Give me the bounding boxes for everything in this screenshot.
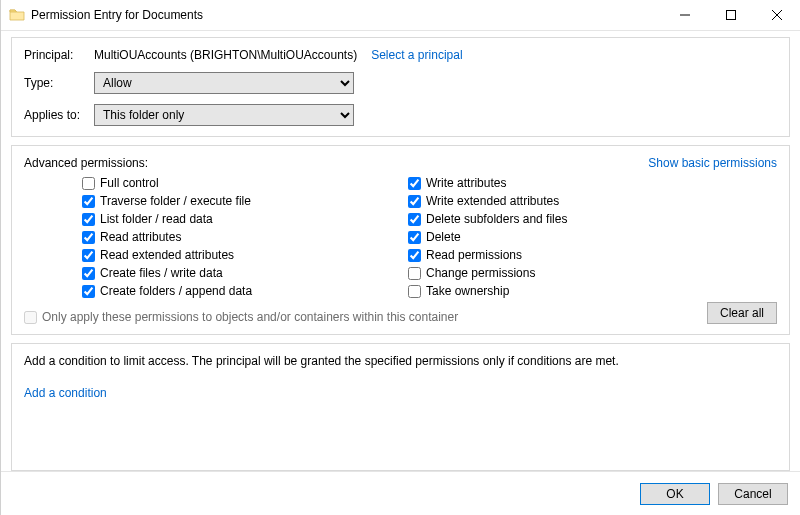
clear-all-button[interactable]: Clear all — [707, 302, 777, 324]
content-area: Principal: MultiOUAccounts (BRIGHTON\Mul… — [1, 30, 800, 471]
add-condition-link[interactable]: Add a condition — [24, 386, 107, 400]
principal-label: Principal: — [24, 48, 94, 62]
conditions-panel: Add a condition to limit access. The pri… — [11, 343, 790, 471]
show-basic-link[interactable]: Show basic permissions — [648, 156, 777, 170]
advanced-heading: Advanced permissions: — [24, 156, 148, 170]
permission-item[interactable]: Read permissions — [408, 246, 567, 264]
type-row: Type: Allow — [24, 72, 777, 94]
permission-checkbox[interactable] — [408, 285, 421, 298]
permission-label: Traverse folder / execute file — [100, 194, 251, 208]
permission-item[interactable]: Change permissions — [408, 264, 567, 282]
permission-label: Full control — [100, 176, 159, 190]
permissions-column-left: Full controlTraverse folder / execute fi… — [82, 174, 408, 300]
permissions-columns: Full controlTraverse folder / execute fi… — [24, 174, 777, 300]
type-select[interactable]: Allow — [94, 72, 354, 94]
permission-label: Take ownership — [426, 284, 509, 298]
permission-label: List folder / read data — [100, 212, 213, 226]
permission-item[interactable]: Create folders / append data — [82, 282, 408, 300]
permission-item[interactable]: Write attributes — [408, 174, 567, 192]
permission-checkbox[interactable] — [82, 177, 95, 190]
permission-checkbox[interactable] — [82, 249, 95, 262]
applies-label: Applies to: — [24, 108, 94, 122]
permission-item[interactable]: Delete subfolders and files — [408, 210, 567, 228]
permission-item[interactable]: Full control — [82, 174, 408, 192]
permission-checkbox[interactable] — [408, 231, 421, 244]
permission-item[interactable]: Delete — [408, 228, 567, 246]
permission-checkbox[interactable] — [82, 267, 95, 280]
type-label: Type: — [24, 76, 94, 90]
permission-checkbox[interactable] — [408, 249, 421, 262]
permission-label: Write extended attributes — [426, 194, 559, 208]
ok-button[interactable]: OK — [640, 483, 710, 505]
advanced-permissions-panel: Advanced permissions: Show basic permiss… — [11, 145, 790, 335]
permission-label: Read attributes — [100, 230, 181, 244]
permission-item[interactable]: Create files / write data — [82, 264, 408, 282]
permission-label: Read permissions — [426, 248, 522, 262]
permission-checkbox[interactable] — [408, 177, 421, 190]
applies-row: Applies to: This folder only — [24, 104, 777, 126]
advanced-header: Advanced permissions: Show basic permiss… — [24, 156, 777, 170]
folder-icon — [9, 7, 25, 23]
permission-label: Create files / write data — [100, 266, 223, 280]
cancel-button[interactable]: Cancel — [718, 483, 788, 505]
window-title: Permission Entry for Documents — [31, 8, 662, 22]
permission-label: Delete — [426, 230, 461, 244]
permission-item[interactable]: Read attributes — [82, 228, 408, 246]
permission-item[interactable]: Write extended attributes — [408, 192, 567, 210]
permission-checkbox[interactable] — [82, 213, 95, 226]
permission-item[interactable]: Read extended attributes — [82, 246, 408, 264]
permission-checkbox[interactable] — [82, 285, 95, 298]
permission-checkbox[interactable] — [408, 195, 421, 208]
permission-label: Change permissions — [426, 266, 535, 280]
permission-checkbox[interactable] — [82, 195, 95, 208]
permission-label: Read extended attributes — [100, 248, 234, 262]
applies-select[interactable]: This folder only — [94, 104, 354, 126]
only-apply-label: Only apply these permissions to objects … — [42, 310, 458, 324]
permission-label: Write attributes — [426, 176, 506, 190]
principal-row: Principal: MultiOUAccounts (BRIGHTON\Mul… — [24, 48, 777, 62]
svg-rect-0 — [727, 11, 736, 20]
permission-item[interactable]: List folder / read data — [82, 210, 408, 228]
permission-entry-window: Permission Entry for Documents Principal… — [0, 0, 800, 515]
close-button[interactable] — [754, 0, 800, 30]
header-panel: Principal: MultiOUAccounts (BRIGHTON\Mul… — [11, 37, 790, 137]
permission-checkbox[interactable] — [82, 231, 95, 244]
principal-value: MultiOUAccounts (BRIGHTON\MultiOUAccount… — [94, 48, 357, 62]
select-principal-link[interactable]: Select a principal — [371, 48, 462, 62]
permission-item[interactable]: Traverse folder / execute file — [82, 192, 408, 210]
permission-item[interactable]: Take ownership — [408, 282, 567, 300]
permissions-column-right: Write attributesWrite extended attribute… — [408, 174, 567, 300]
permission-label: Create folders / append data — [100, 284, 252, 298]
maximize-button[interactable] — [708, 0, 754, 30]
minimize-button[interactable] — [662, 0, 708, 30]
permission-label: Delete subfolders and files — [426, 212, 567, 226]
permission-checkbox[interactable] — [408, 213, 421, 226]
dialog-footer: OK Cancel — [1, 471, 800, 515]
only-apply-checkbox — [24, 311, 37, 324]
permission-checkbox[interactable] — [408, 267, 421, 280]
window-controls — [662, 0, 800, 30]
titlebar: Permission Entry for Documents — [1, 0, 800, 30]
condition-description: Add a condition to limit access. The pri… — [24, 354, 777, 368]
